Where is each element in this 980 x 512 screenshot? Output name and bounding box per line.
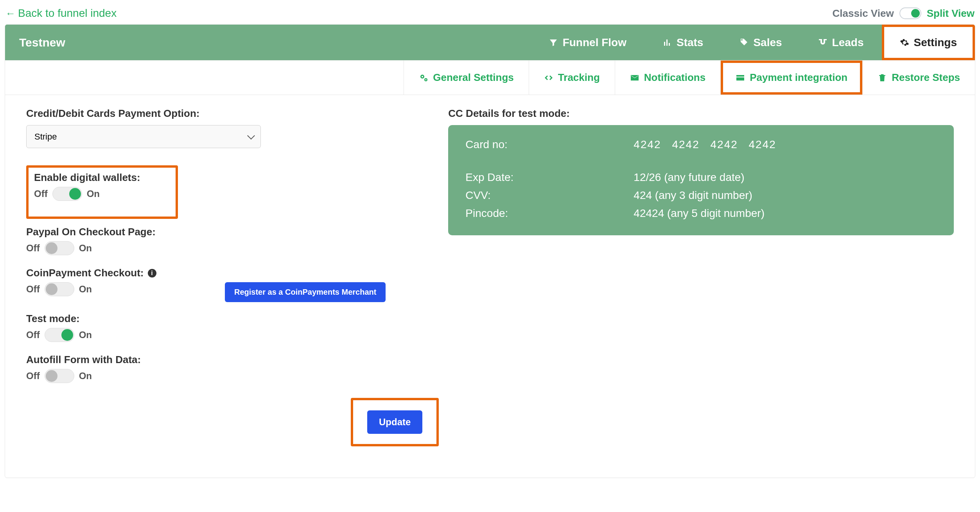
info-icon[interactable]: i: [148, 269, 156, 277]
card-option-select[interactable]: Stripe: [26, 125, 261, 148]
view-toggle[interactable]: [899, 7, 921, 19]
credit-card-icon: [736, 73, 745, 82]
card-option-label: Credit/Debit Cards Payment Option:: [26, 107, 439, 120]
subtab-general-label: General Settings: [433, 72, 514, 84]
code-icon: [544, 73, 553, 82]
coinpayment-block: CoinPayment Checkout: i Off On Register …: [26, 267, 439, 308]
trash-icon: [878, 73, 887, 82]
back-to-index-link[interactable]: ← Back to funnel index: [5, 7, 117, 20]
gears-icon: [419, 73, 428, 82]
wallets-off-label: Off: [34, 188, 48, 199]
test-mode-label: Test mode:: [26, 313, 439, 325]
subtab-notifications[interactable]: Notifications: [615, 61, 720, 95]
tab-funnel-flow-label: Funnel Flow: [563, 36, 626, 49]
test-mode-block: Test mode: Off On: [26, 313, 439, 342]
tab-stats-label: Stats: [677, 36, 703, 49]
paypal-on-label: On: [79, 243, 92, 254]
paypal-off-label: Off: [26, 243, 40, 254]
autofill-off-label: Off: [26, 371, 40, 381]
cc-pin-value: 42424 (any 5 digit number): [634, 207, 937, 220]
cc-cardno-label: Card no:: [465, 138, 634, 151]
paypal-label: Paypal On Checkout Page:: [26, 226, 439, 238]
cc-test-card: Card no: 4242 4242 4242 4242 Exp Date: 1…: [448, 125, 954, 235]
autofill-label: Autofill Form with Data:: [26, 354, 439, 366]
subtab-tracking[interactable]: Tracking: [529, 61, 615, 95]
test-mode-toggle[interactable]: [45, 328, 74, 342]
autofill-block: Autofill Form with Data: Off On: [26, 354, 439, 383]
digital-wallets-block: Enable digital wallets: Off On: [26, 165, 178, 219]
coin-off-label: Off: [26, 284, 40, 295]
subtab-payment-integration[interactable]: Payment integration: [720, 61, 862, 95]
tab-settings[interactable]: Settings: [882, 25, 975, 60]
gear-icon: [900, 38, 909, 47]
classic-view-label[interactable]: Classic View: [833, 7, 894, 20]
cc-cvv-value: 424 (any 3 digit number): [634, 189, 937, 202]
cc-cvv-label: CVV:: [465, 189, 634, 202]
register-coinpayments-button[interactable]: Register as a CoinPayments Merchant: [225, 282, 386, 302]
funnel-icon: [549, 38, 558, 47]
coinpayment-label-text: CoinPayment Checkout:: [26, 267, 144, 279]
subtab-restore-label: Restore Steps: [892, 72, 960, 84]
envelope-icon: [630, 73, 639, 82]
update-highlight-box: Update: [351, 398, 439, 446]
digital-wallets-label: Enable digital wallets:: [34, 172, 170, 184]
tab-settings-label: Settings: [914, 36, 957, 49]
digital-wallets-toggle[interactable]: [52, 187, 82, 201]
tab-sales-label: Sales: [753, 36, 782, 49]
cc-cardno-value: 4242 4242 4242 4242: [634, 138, 937, 151]
tab-funnel-flow[interactable]: Funnel Flow: [531, 25, 644, 60]
split-view-label[interactable]: Split View: [927, 7, 975, 20]
subtab-notifications-label: Notifications: [644, 72, 705, 84]
cc-exp-value: 12/26 (any future date): [634, 171, 937, 184]
cc-exp-label: Exp Date:: [465, 171, 634, 184]
update-button[interactable]: Update: [367, 410, 422, 434]
coinpayment-label: CoinPayment Checkout: i: [26, 267, 439, 279]
funnel-header: Testnew Funnel Flow Stats Sales Leads Se…: [5, 25, 975, 61]
tag-icon: [739, 38, 748, 47]
view-switch: Classic View Split View: [833, 7, 975, 20]
test-on-label: On: [79, 329, 92, 340]
coinpayment-toggle[interactable]: [45, 282, 74, 296]
coin-on-label: On: [79, 284, 92, 295]
subtab-payment-label: Payment integration: [750, 72, 847, 84]
cc-pin-label: Pincode:: [465, 207, 634, 220]
magnet-icon: [818, 38, 827, 47]
arrow-left-icon: ←: [5, 7, 16, 20]
autofill-on-label: On: [79, 371, 92, 381]
bar-chart-icon: [662, 38, 672, 47]
wallets-on-label: On: [87, 188, 100, 199]
cc-details-heading: CC Details for test mode:: [448, 107, 954, 120]
tab-leads-label: Leads: [832, 36, 864, 49]
funnel-panel: Testnew Funnel Flow Stats Sales Leads Se…: [5, 24, 975, 478]
settings-subtabs: General Settings Tracking Notifications …: [5, 61, 975, 95]
tab-leads[interactable]: Leads: [800, 25, 882, 60]
funnel-title: Testnew: [5, 25, 79, 60]
test-off-label: Off: [26, 329, 40, 340]
autofill-toggle[interactable]: [45, 369, 74, 383]
subtab-restore-steps[interactable]: Restore Steps: [862, 61, 975, 95]
paypal-toggle[interactable]: [45, 241, 74, 255]
back-link-label: Back to funnel index: [18, 7, 117, 20]
paypal-block: Paypal On Checkout Page: Off On: [26, 226, 439, 255]
subtab-general[interactable]: General Settings: [404, 61, 529, 95]
tab-sales[interactable]: Sales: [721, 25, 800, 60]
subtab-tracking-label: Tracking: [558, 72, 600, 84]
tab-stats[interactable]: Stats: [644, 25, 721, 60]
